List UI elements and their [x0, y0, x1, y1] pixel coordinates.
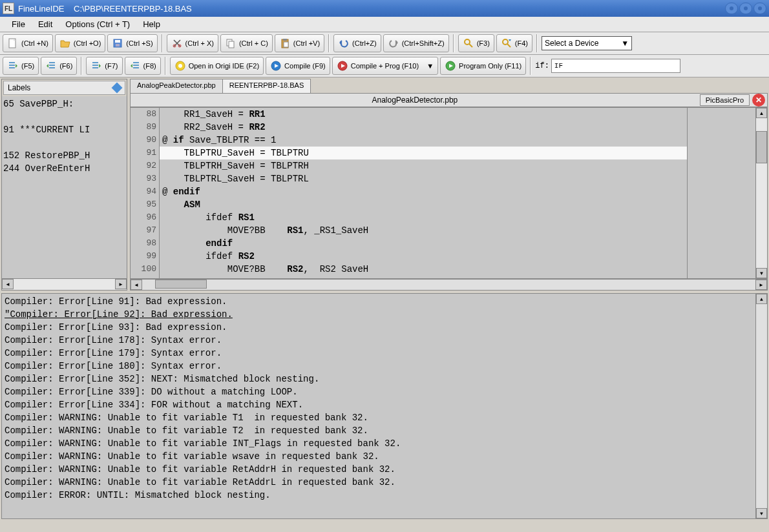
code-line[interactable]: ifdef RS1 [160, 211, 687, 224]
menu-options[interactable]: Options (Ctrl + T) [59, 17, 136, 31]
labels-list-item[interactable] [3, 136, 125, 149]
new-button[interactable]: (Ctrl +N) [3, 34, 53, 52]
code-content[interactable]: RR1_SaveH = RR1 RR2_SaveH = RR2@ if Save… [160, 108, 687, 278]
code-line[interactable]: TBLPTRU_SaveH = TBLPTRU [160, 147, 687, 159]
scroll-right-icon[interactable]: ► [755, 280, 767, 290]
code-line[interactable]: @ endif [160, 185, 687, 198]
redo-button[interactable]: (Ctrl+Shift+Z) [383, 34, 449, 52]
maximize-button[interactable] [739, 3, 752, 14]
code-line[interactable]: MOVE?BB RS2, RS2 SaveH [160, 263, 687, 276]
f6-button[interactable]: (F6) [41, 57, 77, 75]
line-number: 90 [131, 134, 156, 147]
toolbar-2: (F5) (F6) (F7) (F8) Open in Origi IDE (F… [0, 55, 769, 77]
output-line: Compiler: ERROR: UNTIL: Mismatched block… [5, 489, 764, 502]
code-line[interactable]: RR2_SaveH = RR2 [160, 121, 687, 134]
app-icon: FL [3, 3, 14, 14]
output-line: Compiler: Error[Line 180]: Syntax error. [5, 360, 764, 373]
svg-rect-5 [115, 40, 120, 43]
copy-button[interactable]: (Ctrl + C) [220, 34, 273, 52]
line-number: 88 [131, 108, 156, 121]
indent-alt-icon [90, 60, 102, 72]
output-line: Compiler: Error[Line 91]: Bad expression… [5, 295, 764, 308]
scroll-down-icon[interactable]: ▼ [756, 508, 767, 518]
labels-header[interactable]: Labels [3, 81, 125, 95]
toolbar-1: (Ctrl +N) (Ctrl +O) (Ctrl +S) (Ctrl + X)… [0, 32, 769, 55]
scroll-up-icon[interactable]: ▲ [756, 108, 767, 118]
menu-edit[interactable]: Edit [32, 17, 59, 31]
labels-list-item[interactable]: 91 ***CURRENT LI [3, 123, 125, 136]
undo-icon [338, 37, 350, 49]
save-button[interactable]: (Ctrl +S) [107, 34, 157, 52]
magnifier-icon [463, 37, 474, 49]
line-number: 95 [131, 198, 156, 211]
code-line[interactable]: TBLPTRL_SaveH = TBLPTRL [160, 172, 687, 185]
code-line[interactable]: endif [160, 237, 687, 250]
svg-point-14 [465, 39, 470, 45]
if-input[interactable] [551, 59, 680, 73]
scroll-left-icon[interactable]: ◄ [2, 279, 14, 289]
output-line: Compiler: Error[Line 178]: Syntax error. [5, 334, 764, 347]
new-file-icon [7, 37, 19, 49]
code-line[interactable]: ASM [160, 198, 687, 211]
close-button[interactable] [753, 3, 766, 14]
diamond-icon [112, 83, 123, 94]
labels-list-item[interactable] [3, 110, 125, 123]
compile-prog-button[interactable]: Compile + Prog (F10) ▼ [332, 57, 438, 75]
compiler-output[interactable]: Compiler: Error[Line 91]: Bad expression… [1, 293, 768, 519]
compile-button[interactable]: Compile (F9) [266, 57, 330, 75]
editor-tab[interactable]: AnalogPeakDetector.pbp [130, 79, 223, 93]
code-line[interactable]: ifdef RS2 [160, 250, 687, 263]
code-line[interactable]: @ if Save_TBLPTR == 1 [160, 134, 687, 147]
find-next-button[interactable]: (F4) [496, 34, 532, 52]
find-button[interactable]: (F3) [458, 34, 494, 52]
undo-button[interactable]: (Ctrl+Z) [333, 34, 381, 52]
output-line: Compiler: Error[Line 352]: NEXT: Mismatc… [5, 373, 764, 385]
outdent-icon [45, 60, 57, 72]
labels-list-item[interactable]: 65 SavePBP_H: [3, 97, 125, 110]
f7-button[interactable]: (F7) [86, 57, 122, 75]
play-green-icon [445, 60, 456, 72]
scroll-down-icon[interactable]: ▼ [756, 268, 767, 278]
labels-hscroll[interactable]: ◄ ► [2, 278, 127, 290]
paste-button[interactable]: (Ctrl +V) [275, 34, 324, 52]
minimize-button[interactable] [725, 3, 738, 14]
scroll-left-icon[interactable]: ◄ [131, 280, 142, 290]
menu-help[interactable]: Help [136, 17, 167, 31]
line-number: 98 [131, 237, 156, 250]
device-select-label: Select a Device [545, 39, 598, 48]
editor-vscroll[interactable]: ▲ ▼ [755, 108, 767, 278]
menu-file[interactable]: File [5, 17, 32, 31]
scroll-right-icon[interactable]: ► [115, 279, 127, 289]
editor-tabs: AnalogPeakDetector.pbpREENTERPBP-18.BAS [130, 79, 768, 93]
labels-title: Labels [8, 83, 30, 92]
output-vscroll[interactable]: ▲ ▼ [755, 294, 767, 518]
editor-tab[interactable]: REENTERPBP-18.BAS [222, 79, 311, 93]
output-line: Compiler: WARNING: Unable to fit variabl… [5, 437, 764, 450]
open-button[interactable]: (Ctrl +O) [55, 34, 105, 52]
floppy-icon [112, 37, 123, 49]
editor-hscroll[interactable]: ◄ ► [130, 279, 768, 291]
output-line: Compiler: Error[Line 334]: FOR without a… [5, 398, 764, 411]
code-line[interactable]: TBLPTRH_SaveH = TBLPTRH [160, 159, 687, 172]
device-select[interactable]: Select a Device ▼ [542, 36, 632, 50]
code-line[interactable]: MOVE?BB RS1, _RS1_SaveH [160, 224, 687, 237]
cut-button[interactable]: (Ctrl + X) [167, 34, 218, 52]
clipboard-icon [279, 37, 291, 49]
editor-close-button[interactable]: ✕ [752, 94, 765, 107]
labels-list-item[interactable]: 152 RestorePBP_H [3, 149, 125, 162]
scroll-up-icon[interactable]: ▲ [756, 294, 767, 304]
play-red-icon [337, 60, 348, 72]
line-number: 100 [131, 263, 156, 276]
f5-button[interactable]: (F5) [3, 57, 39, 75]
labels-list-item[interactable]: 244 OverReEnterH [3, 162, 125, 175]
open-origi-button[interactable]: Open in Origi IDE (F2) [170, 57, 264, 75]
labels-list[interactable]: 65 SavePBP_H: 91 ***CURRENT LI 152 Resto… [2, 96, 127, 278]
program-only-button[interactable]: Program Only (F11) [440, 57, 526, 75]
code-area[interactable]: 888990919293949596979899100 RR1_SaveH = … [130, 107, 768, 279]
editor-lang-badge: PicBasicPro [700, 94, 750, 106]
svg-rect-13 [284, 42, 288, 47]
f8-button[interactable]: (F8) [125, 57, 161, 75]
menu-bar: File Edit Options (Ctrl + T) Help [0, 17, 769, 32]
svg-point-1 [744, 6, 748, 10]
code-line[interactable]: RR1_SaveH = RR1 [160, 108, 687, 121]
